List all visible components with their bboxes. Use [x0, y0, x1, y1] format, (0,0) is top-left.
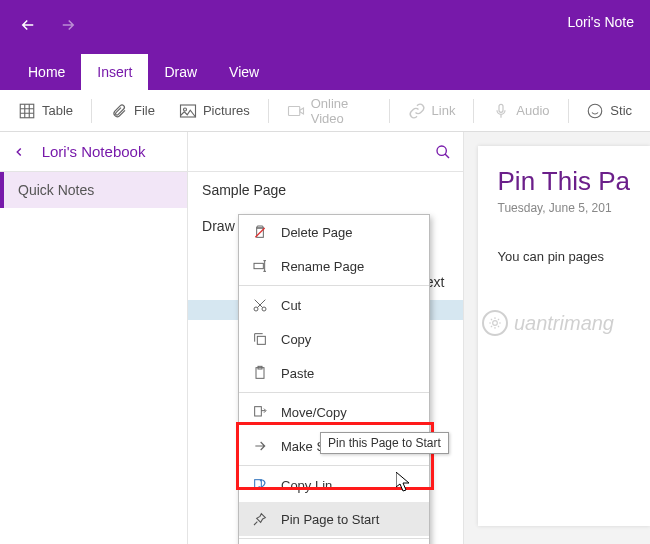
tab-view[interactable]: View — [213, 54, 275, 90]
ribbon-link-button: Link — [398, 98, 466, 124]
pin-icon — [251, 510, 269, 528]
context-menu: Delete Page Rename Page Cut Copy Paste M… — [238, 214, 430, 544]
svg-point-2 — [183, 108, 186, 111]
svg-rect-0 — [20, 104, 34, 118]
sidebar: Lori's Notebook Quick Notes — [0, 132, 188, 544]
menu-separator — [239, 465, 429, 466]
separator — [268, 99, 269, 123]
ribbon-tabs: Home Insert Draw View — [0, 50, 650, 90]
svg-rect-3 — [288, 106, 299, 115]
separator — [389, 99, 390, 123]
copy-icon — [251, 330, 269, 348]
ribbon-pictures-label: Pictures — [203, 103, 250, 118]
tab-home[interactable]: Home — [12, 54, 81, 90]
ribbon-table-label: Table — [42, 103, 73, 118]
menu-item-label: Rename Page — [281, 259, 364, 274]
menu-separator — [239, 285, 429, 286]
ribbon-online-video-button: Online Video — [277, 92, 381, 130]
menu-item-label: Copy Lin — [281, 478, 332, 493]
tooltip: Pin this Page to Start — [320, 432, 449, 454]
svg-rect-14 — [255, 407, 262, 416]
menu-paste[interactable]: Paste — [239, 356, 429, 390]
svg-rect-8 — [254, 263, 263, 268]
forward-arrow-icon[interactable] — [56, 13, 80, 37]
attachment-icon — [110, 102, 128, 120]
page-item-sample[interactable]: Sample Page — [188, 172, 462, 208]
svg-point-6 — [437, 146, 446, 155]
menu-copy-link[interactable]: Copy Lin — [239, 468, 429, 502]
menu-copy[interactable]: Copy — [239, 322, 429, 356]
page-body[interactable]: You can pin pages — [498, 249, 630, 264]
svg-rect-1 — [180, 105, 195, 117]
ribbon-audio-label: Audio — [516, 103, 549, 118]
ribbon-table-button[interactable]: Table — [8, 98, 83, 124]
ribbon-file-button[interactable]: File — [100, 98, 165, 124]
ribbon-stickers-button[interactable]: Stic — [576, 98, 642, 124]
video-icon — [287, 102, 305, 120]
menu-item-label: Paste — [281, 366, 314, 381]
svg-point-5 — [589, 104, 603, 118]
menu-move-copy[interactable]: Move/Copy — [239, 395, 429, 429]
menu-item-label: Pin Page to Start — [281, 512, 379, 527]
window-title: Lori's Note — [568, 14, 634, 30]
menu-delete-page[interactable]: Delete Page — [239, 215, 429, 249]
move-icon — [251, 403, 269, 421]
separator — [568, 99, 569, 123]
menu-item-label: Delete Page — [281, 225, 353, 240]
tab-insert[interactable]: Insert — [81, 54, 148, 90]
ribbon-audio-button: Audio — [482, 98, 559, 124]
ribbon: Table File Pictures Online Video Link Au… — [0, 90, 650, 132]
copy-link-icon — [251, 476, 269, 494]
emoji-icon — [586, 102, 604, 120]
sidebar-section-quick-notes[interactable]: Quick Notes — [0, 172, 187, 208]
cut-icon — [251, 296, 269, 314]
note-view: Pin This Pa Tuesday, June 5, 201 You can… — [464, 132, 650, 544]
menu-separator — [239, 392, 429, 393]
menu-item-label: Cut — [281, 298, 301, 313]
sidebar-section-label: Quick Notes — [18, 182, 94, 198]
menu-item-label: Copy — [281, 332, 311, 347]
audio-icon — [492, 102, 510, 120]
search-icon[interactable] — [435, 144, 451, 160]
notebook-title: Lori's Notebook — [42, 143, 146, 160]
menu-cut[interactable]: Cut — [239, 288, 429, 322]
ribbon-stickers-label: Stic — [610, 103, 632, 118]
note-card: Pin This Pa Tuesday, June 5, 201 You can… — [478, 146, 650, 526]
rename-icon — [251, 257, 269, 275]
back-arrow-icon[interactable] — [16, 13, 40, 37]
notebook-header[interactable]: Lori's Notebook — [0, 132, 187, 172]
ribbon-pictures-button[interactable]: Pictures — [169, 98, 260, 124]
ribbon-file-label: File — [134, 103, 155, 118]
separator — [473, 99, 474, 123]
menu-pin-page-start[interactable]: Pin Page to Start — [239, 502, 429, 536]
tooltip-text: Pin this Page to Start — [328, 436, 441, 450]
ribbon-link-label: Link — [432, 103, 456, 118]
delete-icon — [251, 223, 269, 241]
pictures-icon — [179, 102, 197, 120]
table-icon — [18, 102, 36, 120]
subpage-icon — [251, 437, 269, 455]
svg-rect-4 — [499, 104, 503, 112]
menu-separator — [239, 538, 429, 539]
page-item-label: Sample Page — [202, 182, 286, 198]
page-list-header: . — [188, 132, 462, 172]
page-date: Tuesday, June 5, 201 — [498, 201, 630, 215]
tab-draw[interactable]: Draw — [148, 54, 213, 90]
ribbon-video-label: Online Video — [311, 96, 371, 126]
chevron-left-icon[interactable] — [12, 145, 26, 159]
titlebar: Lori's Note — [0, 0, 650, 50]
page-title[interactable]: Pin This Pa — [498, 166, 630, 197]
separator — [91, 99, 92, 123]
menu-item-label: Move/Copy — [281, 405, 347, 420]
link-icon — [408, 102, 426, 120]
paste-icon — [251, 364, 269, 382]
svg-rect-11 — [257, 336, 265, 344]
menu-rename-page[interactable]: Rename Page — [239, 249, 429, 283]
